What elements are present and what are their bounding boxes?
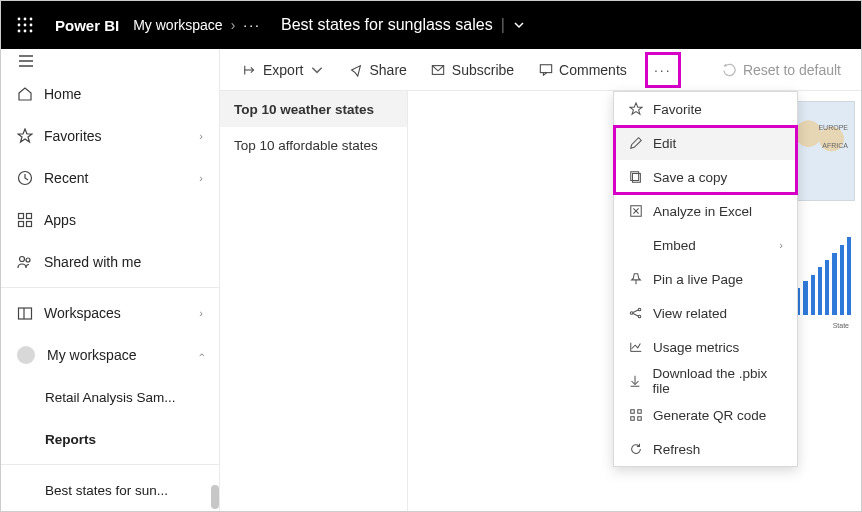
bar — [847, 237, 851, 315]
toolbar: Export Share Subscribe Comments ··· Rese… — [220, 49, 861, 91]
svg-rect-20 — [18, 308, 31, 319]
reset-button[interactable]: Reset to default — [712, 62, 851, 78]
menu-download[interactable]: Download the .pbix file — [614, 364, 797, 398]
nav-ws-reports-label: Reports — [45, 432, 96, 447]
svg-rect-37 — [630, 410, 634, 414]
menu-embed-label: Embed — [653, 238, 696, 253]
page-tab-affordable-label: Top 10 affordable states — [234, 138, 378, 153]
chevron-right-icon: › — [199, 307, 203, 319]
menu-save-copy-label: Save a copy — [653, 170, 727, 185]
nav-home[interactable]: Home — [1, 73, 219, 115]
share-button[interactable]: Share — [338, 53, 416, 87]
menu-usage[interactable]: Usage metrics — [614, 330, 797, 364]
nav-recent[interactable]: Recent › — [1, 157, 219, 199]
menu-embed[interactable]: Embed › — [614, 228, 797, 262]
related-icon — [628, 306, 643, 321]
svg-point-18 — [19, 257, 24, 262]
page-tab-affordable[interactable]: Top 10 affordable states — [220, 127, 407, 163]
chevron-up-icon: › — [195, 353, 207, 357]
svg-point-32 — [638, 315, 641, 318]
nav-separator — [1, 287, 219, 288]
nav-shared-label: Shared with me — [44, 254, 141, 270]
menu-favorite[interactable]: Favorite — [614, 92, 797, 126]
svg-line-34 — [632, 313, 637, 316]
left-nav: Home Favorites › Recent › Apps Shared wi… — [1, 49, 220, 511]
more-options-button[interactable]: ··· — [645, 52, 681, 88]
menu-analyze-excel[interactable]: Analyze in Excel — [614, 194, 797, 228]
page-tab-weather-label: Top 10 weather states — [234, 102, 374, 117]
svg-point-3 — [18, 24, 21, 27]
map-label-africa: AFRICA — [822, 142, 848, 149]
nav-recent-label: Recent — [44, 170, 88, 186]
menu-related[interactable]: View related — [614, 296, 797, 330]
subscribe-button[interactable]: Subscribe — [421, 53, 524, 87]
svg-point-1 — [24, 18, 27, 21]
chevron-right-icon: › — [231, 17, 236, 33]
app-launcher-icon[interactable] — [9, 9, 41, 41]
nav-favorites[interactable]: Favorites › — [1, 115, 219, 157]
nav-favorites-label: Favorites — [44, 128, 102, 144]
export-button[interactable]: Export — [232, 53, 334, 87]
menu-refresh[interactable]: Refresh — [614, 432, 797, 466]
nav-apps-label: Apps — [44, 212, 76, 228]
bar — [840, 245, 844, 315]
chevron-right-icon: › — [199, 172, 203, 184]
export-label: Export — [263, 62, 303, 78]
menu-pin-label: Pin a live Page — [653, 272, 743, 287]
hamburger-icon[interactable] — [1, 49, 219, 73]
breadcrumb-more[interactable]: ··· — [243, 17, 261, 33]
nav-workspaces[interactable]: Workspaces › — [1, 292, 219, 334]
comments-label: Comments — [559, 62, 627, 78]
menu-refresh-label: Refresh — [653, 442, 700, 457]
blank-icon — [628, 238, 643, 253]
svg-point-19 — [26, 258, 30, 262]
svg-rect-38 — [637, 410, 641, 414]
undo-icon — [722, 62, 737, 77]
menu-qr-label: Generate QR code — [653, 408, 766, 423]
comments-button[interactable]: Comments — [528, 53, 637, 87]
map-label-europe: EUROPE — [818, 124, 848, 131]
nav-ws-reports[interactable]: Reports — [1, 418, 219, 460]
chevron-right-icon: › — [199, 130, 203, 142]
nav-apps[interactable]: Apps — [1, 199, 219, 241]
reset-label: Reset to default — [743, 62, 841, 78]
svg-rect-16 — [18, 222, 23, 227]
menu-download-label: Download the .pbix file — [652, 366, 783, 396]
svg-point-2 — [30, 18, 33, 21]
scrollbar-thumb[interactable] — [211, 485, 219, 509]
menu-qr[interactable]: Generate QR code — [614, 398, 797, 432]
menu-save-copy[interactable]: Save a copy — [614, 160, 797, 194]
svg-marker-12 — [18, 129, 32, 142]
nav-ws-retail[interactable]: Retail Analysis Sam... — [1, 376, 219, 418]
chevron-down-icon — [309, 62, 324, 77]
svg-point-31 — [638, 308, 641, 311]
page-tab-weather[interactable]: Top 10 weather states — [220, 91, 407, 127]
breadcrumb-workspace[interactable]: My workspace — [133, 17, 222, 33]
metrics-icon — [628, 340, 643, 355]
title-dropdown[interactable] — [513, 19, 525, 31]
menu-analyze-label: Analyze in Excel — [653, 204, 752, 219]
menu-pin[interactable]: Pin a live Page — [614, 262, 797, 296]
menu-related-label: View related — [653, 306, 727, 321]
svg-point-30 — [630, 312, 633, 315]
bar — [832, 253, 836, 315]
brand-label[interactable]: Power BI — [49, 17, 125, 34]
star-icon — [628, 102, 643, 117]
nav-ws-active-report[interactable]: Best states for sun... — [1, 469, 219, 511]
menu-edit[interactable]: Edit — [614, 126, 797, 160]
star-icon — [17, 129, 32, 144]
bar — [825, 260, 829, 315]
mail-icon — [431, 62, 446, 77]
qr-icon — [628, 408, 643, 423]
share-label: Share — [369, 62, 406, 78]
excel-icon — [628, 204, 643, 219]
avatar-icon — [17, 346, 35, 364]
workspaces-icon — [17, 306, 32, 321]
title-area: Best states for sunglass sales | — [281, 16, 525, 34]
nav-shared[interactable]: Shared with me — [1, 241, 219, 283]
nav-ws-retail-label: Retail Analysis Sam... — [45, 390, 176, 405]
svg-point-7 — [24, 30, 27, 33]
bar — [811, 275, 815, 315]
nav-my-workspace[interactable]: My workspace › — [1, 334, 219, 376]
nav-ws-active-report-label: Best states for sun... — [45, 483, 168, 498]
